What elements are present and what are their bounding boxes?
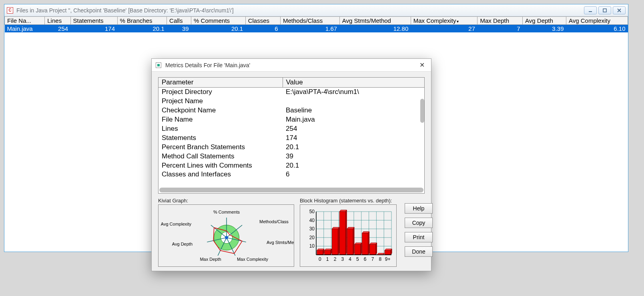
column-header[interactable]: Avg Complexity [566,17,628,25]
dialog-body: Parameter Value Project DirectoryE:\java… [152,72,431,271]
svg-text:Methods/Class: Methods/Class [259,219,289,224]
minimize-button[interactable] [584,6,597,14]
svg-rect-72 [385,250,391,255]
cell: 174 [70,25,117,33]
detail-value: Main.java [283,115,424,124]
svg-text:Avg Complexity: Avg Complexity [161,222,192,226]
vertical-scrollbar[interactable] [420,99,424,123]
dialog-title: Metrics Details For File 'Main.java' [165,62,250,68]
svg-text:6: 6 [364,256,367,262]
svg-rect-63 [362,233,368,255]
svg-rect-45 [317,250,323,255]
cell: 6 [245,25,280,33]
copy-button[interactable]: Copy [405,218,433,228]
cell: 1.67 [281,25,340,33]
svg-text:20: 20 [309,235,315,240]
minimize-icon [588,8,593,13]
metrics-dialog: Metrics Details For File 'Main.java' ✕ P… [151,58,431,271]
horizontal-scrollbar[interactable] [159,188,423,192]
column-header[interactable]: Lines [45,17,70,25]
detail-row: Project DirectoryE:\java\PTA-4\src\num1\ [158,88,424,97]
sort-indicator-icon: ▾ [457,19,459,24]
detail-value: 20.1 [283,143,424,152]
column-header[interactable]: Max Complexity▾ [411,17,477,25]
detail-value: E:\java\PTA-4\src\num1\ [283,88,424,97]
cell: 7 [477,25,523,33]
block-histogram: 10203040500123456789+ [300,204,397,267]
maximize-button[interactable] [598,6,611,14]
column-header[interactable]: File Na... [5,17,45,25]
column-header[interactable]: Avg Depth [523,17,566,25]
detail-param: Project Name [158,97,283,106]
svg-text:2: 2 [334,256,337,262]
dialog-icon [156,62,161,68]
svg-text:Avg Stmts/Method: Avg Stmts/Method [267,240,294,245]
detail-value [283,97,424,106]
column-header[interactable]: Calls [167,17,191,25]
detail-value: 20.1 [283,161,424,170]
detail-param: File Name [158,115,283,124]
svg-text:3: 3 [341,256,344,262]
cell: 254 [45,25,70,33]
dialog-close-button[interactable]: ✕ [417,60,427,70]
svg-text:7: 7 [371,256,374,262]
detail-row: File NameMain.java [158,115,424,124]
cell: 6.10 [566,25,628,33]
svg-point-6 [225,236,228,239]
title-bar: C Files in Java Project '', Checkpoint '… [4,4,628,16]
svg-text:10: 10 [309,243,315,249]
cell: 20.1 [191,25,246,33]
column-header[interactable]: % Comments [191,17,246,25]
svg-text:Avg Depth: Avg Depth [172,242,193,246]
svg-text:50: 50 [309,209,315,214]
cell: 39 [167,25,191,33]
detail-param: Percent Branch Statements [158,143,283,152]
detail-value: 6 [283,170,424,179]
cell: 20.1 [117,25,167,33]
column-header[interactable]: Statements [70,17,117,25]
svg-text:0: 0 [319,256,321,262]
svg-rect-51 [332,229,338,255]
col-value[interactable]: Value [283,78,424,88]
cell: 3.39 [523,25,566,33]
detail-row: Lines254 [158,124,424,134]
detail-value: 254 [283,124,424,134]
print-button[interactable]: Print [405,232,433,242]
column-header[interactable]: Methods/Class [281,17,340,25]
svg-text:9+: 9+ [385,256,391,262]
svg-rect-54 [339,212,345,255]
table-row[interactable]: Main.java25417420.13920.161.6712.802773.… [5,25,628,33]
column-header[interactable]: Max Depth [477,17,523,25]
svg-text:5: 5 [356,256,359,262]
dialog-title-bar: Metrics Details For File 'Main.java' ✕ [152,59,431,72]
detail-param: Method Call Statements [158,152,283,161]
column-header[interactable]: Classes [245,17,280,25]
svg-text:8: 8 [379,256,381,262]
cell: 27 [411,25,477,33]
window-title: Files in Java Project '', Checkpoint 'Ba… [16,7,584,14]
files-table: File Na...LinesStatements% BranchesCalls… [4,16,628,32]
svg-rect-66 [370,244,376,255]
col-parameter[interactable]: Parameter [158,78,283,88]
column-header[interactable]: % Branches [117,17,167,25]
cell: Main.java [5,25,45,33]
close-button[interactable] [613,6,626,14]
detail-row: Percent Branch Statements20.1 [158,143,424,152]
svg-rect-60 [355,244,361,255]
kiviat-graph: % CommentsMethods/ClassAvg Stmts/MethodM… [158,204,294,267]
done-button[interactable]: Done [405,246,433,257]
svg-rect-57 [347,229,353,255]
detail-row: Percent Lines with Comments20.1 [158,161,424,170]
detail-value: 39 [283,152,424,161]
detail-row: Classes and Interfaces6 [158,170,424,179]
detail-value: Baseline [283,106,424,115]
app-icon: C [7,7,13,14]
histogram-label: Block Histogram (statements vs. depth): [300,198,397,204]
details-panel: Parameter Value Project DirectoryE:\java… [158,77,425,194]
help-button[interactable]: Help [405,203,433,214]
svg-text:Max Depth: Max Depth [200,257,221,262]
svg-rect-1 [603,9,606,12]
detail-param: Checkpoint Name [158,106,283,115]
svg-text:40: 40 [309,218,315,223]
column-header[interactable]: Avg Stmts/Method [339,17,411,25]
